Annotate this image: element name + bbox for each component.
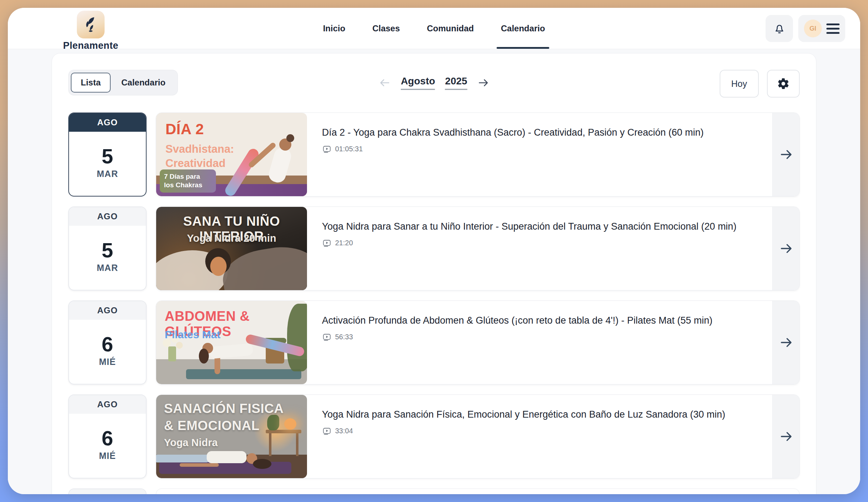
video-duration-icon <box>322 239 332 247</box>
event-card[interactable]: SANA TU NIÑO INTERIOR Yoga Nidra 20 min … <box>156 206 800 291</box>
thumb-title: DÍA 2 <box>165 121 204 138</box>
video-duration-icon <box>322 145 332 153</box>
nav-item-calendario[interactable]: Calendario <box>501 8 545 49</box>
event-duration: 56:33 <box>335 333 353 341</box>
content-area: Lista Calendario Agosto 2025 <box>8 49 860 494</box>
view-toggle-calendario[interactable]: Calendario <box>111 73 175 93</box>
thumb-subtitle: Yoga Nidra 20 min <box>156 232 307 244</box>
event-card[interactable]: DÍA 2 Svadhistana: Creatividad 7 Días pa… <box>156 113 800 197</box>
header: Plenamente Inicio Clases Comunidad Calen… <box>8 8 860 49</box>
video-duration-icon <box>322 427 332 435</box>
brand[interactable]: Plenamente <box>53 11 128 51</box>
view-toggle-lista[interactable]: Lista <box>71 73 111 93</box>
thumb-salt-lamp <box>284 418 296 430</box>
date-card[interactable]: AGO 5 MAR <box>68 206 147 291</box>
open-event-button[interactable] <box>772 301 799 384</box>
notifications-button[interactable] <box>766 15 793 42</box>
event-thumbnail[interactable]: SANA TU NIÑO INTERIOR Yoga Nidra 20 min <box>156 207 307 290</box>
thumb-person-figure <box>156 455 210 462</box>
date-month: AGO <box>69 301 146 320</box>
event-title: Yoga Nidra para Sanar a tu Niño Interior… <box>322 220 754 234</box>
hamburger-menu-icon <box>826 23 840 34</box>
date-month: AGO <box>69 207 146 226</box>
event-title: Activación Profunda de Abdomen & Glúteos… <box>322 314 754 328</box>
app-window: Plenamente Inicio Clases Comunidad Calen… <box>8 8 860 494</box>
date-month: AGO <box>69 395 146 414</box>
arrow-right-icon <box>779 147 793 162</box>
event-card[interactable] <box>156 488 800 494</box>
event-duration: 33:04 <box>335 427 353 435</box>
thumb-yoga-mat <box>159 462 291 474</box>
video-duration-icon <box>322 333 332 341</box>
thumb-title: & EMOCIONAL <box>164 418 260 433</box>
year-select[interactable]: 2025 <box>445 75 467 90</box>
bell-icon <box>773 22 786 35</box>
date-day: 6 <box>102 334 113 355</box>
date-card[interactable]: AGO 6 MIÉ <box>68 394 147 479</box>
open-event-button[interactable] <box>772 207 799 290</box>
arrow-left-icon <box>379 77 391 89</box>
open-event-button[interactable] <box>772 113 799 196</box>
toolbar-right: Hoy <box>720 70 800 98</box>
arrow-right-icon <box>779 241 793 256</box>
thumb-subtitle: Svadhistana: <box>165 143 234 156</box>
list-row: AGO 5 MAR <box>68 113 800 197</box>
event-title: Día 2 - Yoga para Chakra Svadhisthana (S… <box>322 126 754 140</box>
list-row: AGO 5 MAR SANA TU NIÑO INTERIOR <box>68 206 800 291</box>
thumb-subtitle: Creatividad <box>165 157 226 170</box>
thumb-yoga-mat <box>186 369 301 379</box>
settings-button[interactable] <box>767 70 800 98</box>
calendar-panel: Lista Calendario Agosto 2025 <box>52 53 816 494</box>
thumb-subtitle: Yoga Nidra <box>164 437 218 449</box>
date-day: 5 <box>102 240 113 261</box>
thumb-subtitle: Pilates Mat <box>165 329 221 341</box>
header-actions: GI <box>766 15 845 42</box>
arrow-right-icon <box>477 77 489 89</box>
date-card[interactable] <box>68 488 147 494</box>
date-day: 5 <box>102 146 113 167</box>
avatar: GI <box>804 20 822 37</box>
event-duration: 01:05:31 <box>335 145 363 153</box>
event-list: AGO 5 MAR <box>68 113 800 494</box>
user-menu-button[interactable]: GI <box>798 15 845 42</box>
date-weekday: MIÉ <box>99 357 116 367</box>
event-card[interactable]: ABDOMEN & GLÚTEOS Pilates Mat Activación… <box>156 300 800 385</box>
gear-icon <box>777 77 790 90</box>
date-weekday: MIÉ <box>99 451 116 461</box>
arrow-right-icon <box>779 429 793 444</box>
next-month-button[interactable] <box>477 77 489 89</box>
event-title: Yoga Nidra para Sanación Física, Emocion… <box>322 408 754 422</box>
nav-item-clases[interactable]: Clases <box>372 8 400 49</box>
thumb-person-figure <box>219 241 307 290</box>
event-card[interactable]: SANACIÓN FISICA & EMOCIONAL Yoga Nidra Y… <box>156 394 800 479</box>
event-duration: 21:20 <box>335 239 353 247</box>
brand-logo-icon <box>77 11 105 38</box>
date-card[interactable]: AGO 5 MAR <box>68 113 147 197</box>
list-row-peek <box>68 488 800 494</box>
month-navigation: Agosto 2025 <box>379 75 489 90</box>
thumb-title: SANACIÓN FISICA <box>164 401 284 416</box>
today-button[interactable]: Hoy <box>720 70 759 98</box>
thumb-badge: 7 Días para los Chakras <box>160 169 216 193</box>
list-row: AGO 6 MIÉ <box>68 394 800 479</box>
thumb-plant <box>267 415 279 430</box>
calendar-toolbar: Lista Calendario Agosto 2025 <box>68 70 800 95</box>
nav-item-inicio[interactable]: Inicio <box>323 8 345 49</box>
list-row: AGO 6 MIÉ <box>68 300 800 385</box>
date-weekday: MAR <box>97 169 118 179</box>
arrow-right-icon <box>779 335 793 350</box>
brand-name: Plenamente <box>63 40 118 51</box>
event-thumbnail[interactable]: DÍA 2 Svadhistana: Creatividad 7 Días pa… <box>156 113 307 196</box>
date-day: 6 <box>102 428 113 449</box>
event-thumbnail[interactable]: SANACIÓN FISICA & EMOCIONAL Yoga Nidra <box>156 395 307 478</box>
open-event-button[interactable] <box>772 395 799 478</box>
month-select[interactable]: Agosto <box>401 75 435 90</box>
plume-icon <box>81 15 100 34</box>
view-toggle: Lista Calendario <box>68 70 178 95</box>
nav-item-comunidad[interactable]: Comunidad <box>427 8 474 49</box>
date-card[interactable]: AGO 6 MIÉ <box>68 300 147 385</box>
main-nav: Inicio Clases Comunidad Calendario <box>323 8 545 49</box>
prev-month-button[interactable] <box>379 77 391 89</box>
avatar-initials: GI <box>809 25 816 32</box>
event-thumbnail[interactable]: ABDOMEN & GLÚTEOS Pilates Mat <box>156 301 307 384</box>
